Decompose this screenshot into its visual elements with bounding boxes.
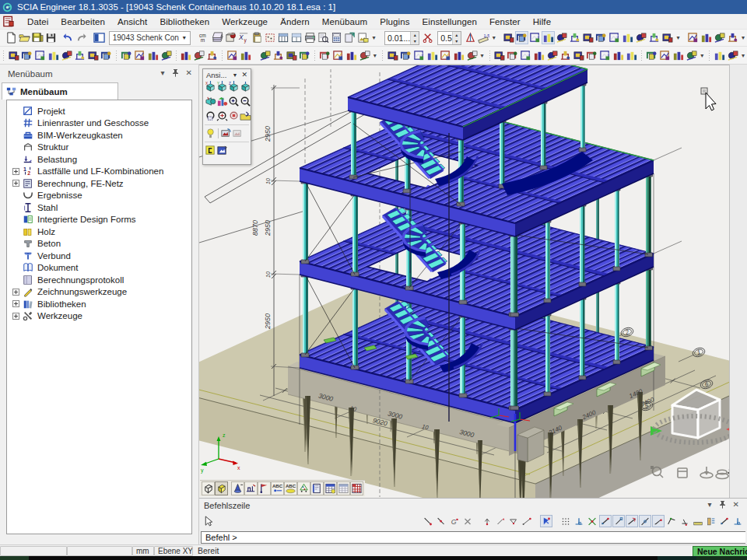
sidebar-item-steel[interactable]: Stahl: [7, 201, 191, 214]
tool-1-icon[interactable]: [452, 49, 465, 62]
picture-gallery-icon[interactable]: [356, 31, 370, 44]
command-pin-icon[interactable]: [719, 500, 726, 510]
view-vy-icon[interactable]: Y: [216, 81, 228, 93]
view-yc-icon[interactable]: [205, 145, 216, 156]
save-icon[interactable]: [44, 31, 58, 44]
table-results-icon[interactable]: [290, 31, 303, 44]
menu-bearbeiten[interactable]: Bearbeiten: [54, 16, 111, 28]
snap-s3-icon[interactable]: [626, 515, 638, 527]
dropdown-arrow-icon[interactable]: ▾: [698, 52, 706, 59]
dropdown-arrow-icon[interactable]: ▾: [739, 52, 747, 59]
flip-view-icon[interactable]: [464, 31, 477, 44]
toolbar-grip[interactable]: [381, 49, 384, 61]
view-flag-9-icon[interactable]: [621, 31, 634, 44]
beam-1-icon[interactable]: [506, 49, 519, 62]
menu-werkzeuge[interactable]: Werkzeuge: [216, 16, 274, 28]
pointer-icon[interactable]: [202, 516, 215, 527]
render-cube2-icon[interactable]: [215, 481, 228, 495]
sidebar-item-tools[interactable]: Werkzeuge: [7, 310, 191, 323]
geometry-6-icon[interactable]: [86, 49, 100, 62]
layers-icon[interactable]: [211, 31, 224, 44]
sidebar-item-draw[interactable]: Zeichnungswerkzeuge: [7, 286, 191, 299]
menu-menubaum[interactable]: Menübaum: [316, 16, 374, 28]
command-close-icon[interactable]: ✕: [733, 500, 739, 510]
tree-expander-icon[interactable]: [12, 289, 19, 296]
view-palette-header[interactable]: Ansi... ▼ ✕: [203, 69, 251, 79]
view-flag-10-icon[interactable]: [634, 31, 647, 44]
activity-1-icon[interactable]: [700, 31, 713, 44]
new-project-icon[interactable]: [5, 31, 18, 44]
snap-s1-icon[interactable]: [718, 515, 731, 527]
draw-2-icon[interactable]: [345, 49, 358, 62]
clipboard-icon[interactable]: [251, 31, 264, 44]
sidebar-close-icon[interactable]: ✕: [186, 68, 192, 79]
snap-fin-icon[interactable]: [705, 515, 717, 527]
snap-s1-icon[interactable]: [599, 515, 612, 527]
sidebar-item-protocol[interactable]: Berechnungsprotokoll: [7, 274, 191, 286]
selection-filter-icon[interactable]: [264, 31, 277, 44]
toolbar-grip[interactable]: [114, 49, 118, 61]
command-panel-header[interactable]: Befehlszeile ▾ ✕: [199, 499, 747, 512]
palette-dropdown-icon[interactable]: ▼: [233, 72, 238, 78]
sidebar-item-project[interactable]: Projekt: [7, 105, 191, 117]
snap-rul-icon[interactable]: [692, 515, 704, 527]
command-dropdown-icon[interactable]: ▾: [708, 500, 712, 510]
scale-ruler-icon[interactable]: 1:50: [477, 31, 490, 44]
beam-2-icon[interactable]: [519, 49, 532, 62]
sidebar-tab-menubaum[interactable]: Menübaum: [2, 82, 118, 100]
beam-7-icon[interactable]: [585, 49, 598, 62]
render-cube1-icon[interactable]: [202, 481, 215, 495]
dropdown-arrow-icon[interactable]: ▾: [371, 52, 379, 59]
toolbar-grip[interactable]: [2, 32, 3, 44]
render-tblg-icon[interactable]: [337, 481, 350, 495]
node-0-icon[interactable]: [625, 49, 638, 62]
scale-spin-arrows-icon[interactable]: ▴▾: [410, 32, 419, 44]
toolbar-grip[interactable]: [379, 32, 381, 44]
dropdown-arrow-icon[interactable]: ▾: [370, 34, 377, 41]
select-1-icon[interactable]: [192, 49, 205, 62]
view-bp-icon[interactable]: [216, 145, 228, 156]
snap-pk3-icon[interactable]: [507, 515, 520, 527]
render-tblr-icon[interactable]: [350, 481, 363, 495]
doc-1-icon[interactable]: [658, 49, 672, 62]
geometry-4-icon[interactable]: [60, 49, 73, 62]
sidebar-header[interactable]: Menübaum ▾ ✕: [0, 65, 198, 82]
sidebar-item-toolbox[interactable]: BIM-Werkzeugkasten: [7, 129, 191, 142]
view-flag-4-icon[interactable]: [555, 31, 568, 44]
geometry-7-icon[interactable]: [100, 49, 113, 62]
angle-spinbox[interactable]: 0.5▴▾: [437, 31, 461, 45]
view-flag-12-icon[interactable]: [661, 31, 674, 44]
win-2-icon[interactable]: [412, 49, 426, 62]
snap-s6-icon[interactable]: [665, 515, 678, 527]
view-bulb-icon[interactable]: [205, 128, 216, 139]
geometry-3-icon[interactable]: [47, 49, 60, 62]
snap-g-icon[interactable]: G: [448, 515, 461, 527]
view-zout-icon[interactable]: [240, 96, 251, 107]
bim-0-icon[interactable]: [120, 49, 133, 62]
check-1-icon[interactable]: [726, 49, 739, 62]
snap-l1-icon[interactable]: [422, 515, 434, 527]
print-icon[interactable]: [303, 31, 317, 44]
toolbar-grip[interactable]: [683, 32, 685, 44]
coordinates-icon[interactable]: Xy: [237, 31, 251, 44]
clip-1-icon[interactable]: [239, 49, 252, 62]
view-img2-icon[interactable]: [232, 128, 244, 139]
sidebar-item-results[interactable]: Ergebnisse: [7, 190, 191, 202]
beam-0-icon[interactable]: [493, 49, 506, 62]
view-cam-icon[interactable]: [205, 96, 216, 107]
geometry-2-icon[interactable]: [33, 49, 47, 62]
toolbar-grip[interactable]: [500, 32, 501, 44]
view-flag-8-icon[interactable]: [608, 31, 621, 44]
beam-8-icon[interactable]: [598, 49, 612, 62]
snap-s2-icon[interactable]: [612, 515, 625, 527]
toolbar-grip[interactable]: [220, 49, 224, 61]
sidebar-item-concrete[interactable]: Beton: [7, 238, 191, 250]
dropdown-arrow-icon[interactable]: ▾: [674, 34, 682, 41]
snap-pk1-icon[interactable]: [481, 515, 493, 527]
angle-spin-arrows-icon[interactable]: ▴▾: [452, 32, 461, 44]
redo-icon[interactable]: [75, 31, 88, 44]
beam-6-icon[interactable]: [572, 49, 585, 62]
sidebar-item-composite[interactable]: Verbund: [7, 250, 191, 262]
units-icon[interactable]: cmm: [198, 31, 211, 44]
sidebar-item-structure[interactable]: Struktur: [7, 142, 191, 154]
